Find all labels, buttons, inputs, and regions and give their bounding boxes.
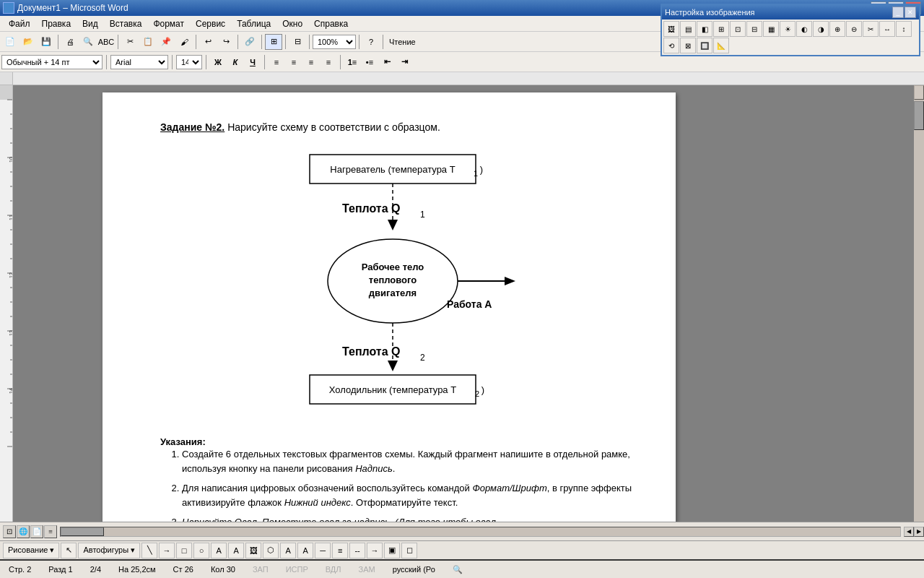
zoom-indicator: 🔍 (453, 565, 463, 574)
3d-btn[interactable]: ◻ (401, 543, 417, 558)
spell-button[interactable]: ABC (97, 34, 115, 50)
diagram-btn[interactable]: ⬡ (263, 543, 279, 558)
instruction-1: Создайте 6 отдельных текстовых фрагменто… (182, 447, 632, 475)
img-btn-10[interactable]: ◑ (813, 21, 829, 37)
menu-table[interactable]: Таблица (231, 17, 276, 30)
layout-button[interactable]: ⊞ (265, 34, 282, 50)
img-btn-11[interactable]: ⊕ (829, 21, 845, 37)
open-button[interactable]: 📂 (19, 34, 37, 50)
view-web-btn[interactable]: 🌐 (17, 525, 30, 538)
image-settings-toolbar: Настройка изображения _ ✕ 🖼 ▤ ◧ ⊞ ⊡ ⊟ ▦ … (661, 4, 920, 56)
zap-status: ЗАП (250, 565, 271, 574)
document-page: Задание №2. Нарисуйте схему в соответств… (103, 92, 676, 522)
img-btn-12[interactable]: ⊖ (846, 21, 862, 37)
svg-text:10: 10 (9, 157, 13, 163)
cut-button[interactable]: ✂ (121, 34, 139, 50)
img-btn-6[interactable]: ⊟ (746, 21, 762, 37)
select-obj-btn[interactable]: ↖ (61, 543, 77, 558)
format-painter-button[interactable]: 🖌 (175, 34, 193, 50)
italic-button[interactable]: К (227, 55, 243, 69)
help-btn[interactable]: ? (362, 34, 380, 50)
menu-help[interactable]: Справка (308, 17, 354, 30)
view-reading-btn[interactable]: Чтение (386, 38, 419, 46)
align-center-button[interactable]: ≡ (286, 55, 302, 69)
new-button[interactable]: 📄 (1, 34, 19, 50)
increase-indent-button[interactable]: ⇥ (396, 55, 412, 69)
svg-text:Нагреватель (температура T: Нагреватель (температура T (330, 164, 455, 175)
clip-art-btn[interactable]: 🖼 (245, 543, 261, 558)
align-right-button[interactable]: ≡ (303, 55, 319, 69)
underline-button[interactable]: Ч (245, 55, 261, 69)
line-btn[interactable]: ╲ (141, 543, 157, 558)
vertical-ruler: 10 11 12 13 14 (0, 85, 13, 522)
menu-window[interactable]: Окно (276, 17, 308, 30)
img-btn-7[interactable]: ▦ (763, 21, 779, 37)
ellipse-btn[interactable]: ○ (193, 543, 209, 558)
img-btn-13[interactable]: ✂ (863, 21, 879, 37)
float-toolbar-close[interactable]: ✕ (905, 7, 916, 18)
wordart-btn[interactable]: A (228, 543, 244, 558)
paste-button[interactable]: 📌 (157, 34, 175, 50)
img-btn-16[interactable]: ⟲ (663, 38, 679, 53)
img-btn-4[interactable]: ⊞ (713, 21, 729, 37)
img-btn-15[interactable]: ↕ (896, 21, 912, 37)
bullets-button[interactable]: •≡ (362, 55, 378, 69)
font-select[interactable]: Arial (110, 55, 168, 69)
decrease-indent-button[interactable]: ⇤ (379, 55, 395, 69)
drawing-menu-btn[interactable]: Рисование ▾ (3, 543, 59, 558)
save-button[interactable]: 💾 (38, 34, 55, 50)
img-btn-17[interactable]: ⊠ (680, 38, 696, 53)
img-btn-19[interactable]: 📐 (713, 38, 729, 53)
menu-insert[interactable]: Вставка (104, 17, 148, 30)
print-button[interactable]: 🖨 (61, 34, 79, 50)
menu-service[interactable]: Сервис (190, 17, 231, 30)
view-outline-btn[interactable]: ≡ (44, 525, 57, 538)
arrow-style-btn[interactable]: → (367, 543, 383, 558)
float-toolbar-minimize[interactable]: _ (892, 7, 904, 18)
line-style-btn[interactable]: ≡ (332, 543, 348, 558)
fill-color-btn[interactable]: A (280, 543, 296, 558)
numbering-button[interactable]: 1≡ (344, 55, 360, 69)
undo-button[interactable]: ↩ (199, 34, 217, 50)
style-select[interactable]: Обычный + 14 пт (1, 55, 103, 69)
align-justify-button[interactable]: ≡ (321, 55, 336, 69)
scroll-left-btn[interactable]: ◀ (904, 527, 914, 537)
section-status: Разд 1 (45, 565, 75, 574)
scroll-right-btn[interactable]: ▶ (914, 527, 924, 537)
img-btn-1[interactable]: 🖼 (663, 21, 679, 37)
view-print-btn[interactable]: 📄 (30, 525, 43, 538)
dash-style-btn[interactable]: -- (349, 543, 365, 558)
zoom-select[interactable]: 100% (313, 35, 356, 49)
menu-edit[interactable]: Правка (36, 17, 77, 30)
view-normal-btn[interactable]: ⊡ (3, 525, 16, 538)
textbox-btn[interactable]: A (211, 543, 227, 558)
table-btn[interactable]: ⊟ (289, 34, 306, 50)
rect-btn[interactable]: □ (176, 543, 192, 558)
img-btn-8[interactable]: ☀ (780, 21, 796, 37)
document-area[interactable]: Задание №2. Нарисуйте схему в соответств… (13, 85, 765, 522)
size-select[interactable]: 14 (176, 55, 202, 69)
arrow-btn[interactable]: → (159, 543, 175, 558)
autoshapes-btn[interactable]: Автофигуры ▾ (78, 543, 140, 558)
img-btn-3[interactable]: ◧ (697, 21, 712, 37)
line-color-btn[interactable]: ─ (315, 543, 331, 558)
copy-button[interactable]: 📋 (139, 34, 157, 50)
svg-text:1: 1 (420, 210, 425, 220)
menu-file[interactable]: Файл (3, 17, 36, 30)
align-left-button[interactable]: ≡ (269, 55, 284, 69)
svg-text:): ) (480, 164, 483, 175)
img-btn-5[interactable]: ⊡ (730, 21, 746, 37)
shadow-btn[interactable]: ▣ (384, 543, 400, 558)
preview-button[interactable]: 🔍 (79, 34, 97, 50)
font-color-btn[interactable]: A (297, 543, 313, 558)
img-btn-14[interactable]: ↔ (879, 21, 895, 37)
img-btn-2[interactable]: ▤ (680, 21, 696, 37)
redo-button[interactable]: ↪ (217, 34, 235, 50)
img-btn-9[interactable]: ◐ (796, 21, 812, 37)
bold-button[interactable]: Ж (210, 55, 226, 69)
link-button[interactable]: 🔗 (241, 34, 258, 50)
menu-format[interactable]: Формат (147, 17, 190, 30)
svg-text:Рабочее тело: Рабочее тело (362, 262, 424, 272)
img-btn-18[interactable]: 🔲 (697, 38, 712, 53)
menu-view[interactable]: Вид (77, 17, 104, 30)
